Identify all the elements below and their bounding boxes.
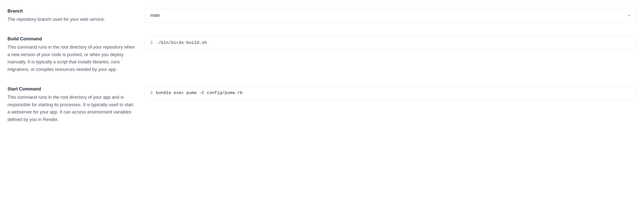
branch-label-block: Branch The repository branch used for yo… xyxy=(8,8,135,23)
start-command-label-block: Start Command This command runs in the r… xyxy=(8,86,135,124)
build-command-control: $ xyxy=(145,36,636,50)
start-command-title: Start Command xyxy=(8,86,135,92)
build-command-input[interactable] xyxy=(156,40,631,45)
branch-description: The repository branch used for your web … xyxy=(8,16,135,23)
start-command-prefix: $ xyxy=(150,90,153,95)
branch-title: Branch xyxy=(8,8,135,14)
build-command-input-wrapper[interactable]: $ xyxy=(145,36,636,50)
branch-control: main xyxy=(145,8,636,23)
build-command-label-block: Build Command This command runs in the r… xyxy=(8,36,135,73)
start-command-input[interactable] xyxy=(156,90,631,95)
build-command-row: Build Command This command runs in the r… xyxy=(8,36,636,73)
start-command-input-wrapper[interactable]: $ xyxy=(145,86,636,100)
build-command-title: Build Command xyxy=(8,36,135,42)
branch-select[interactable]: main xyxy=(145,8,636,23)
start-command-control: $ xyxy=(145,86,636,100)
branch-row: Branch The repository branch used for yo… xyxy=(8,8,636,23)
start-command-description: This command runs in the root directory … xyxy=(8,94,135,124)
build-command-description: This command runs in the root directory … xyxy=(8,44,135,73)
chevron-down-icon xyxy=(627,13,631,17)
build-command-prefix: $ xyxy=(150,40,153,45)
branch-select-value: main xyxy=(150,13,627,18)
start-command-row: Start Command This command runs in the r… xyxy=(8,86,636,124)
